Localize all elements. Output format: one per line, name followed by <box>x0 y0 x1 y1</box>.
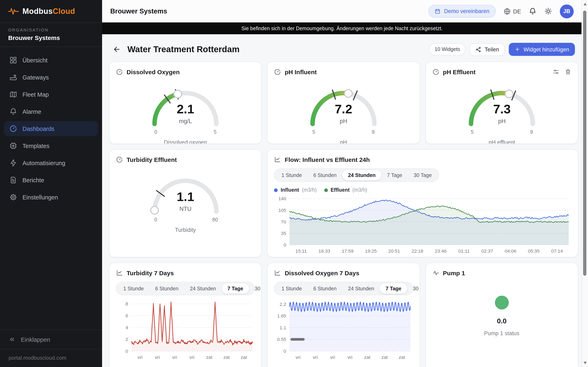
arrow-left-icon <box>113 45 121 53</box>
gauge-text: 9 <box>530 129 533 135</box>
x-axis-label: vri <box>138 355 143 360</box>
time-range-6-stunden[interactable]: 6 Stunden <box>308 170 342 180</box>
x-axis-label: 17:59 <box>342 248 354 254</box>
widget-card-dissolved-oxygen: Dissolved Oxygen2.1mg/L05Dissolved oxyge… <box>109 62 262 144</box>
legend-name: Effluent <box>330 187 350 193</box>
sidebar-item-label: Alarme <box>22 108 41 115</box>
gauge-text: pH effluent <box>489 139 515 144</box>
series-area <box>131 302 252 351</box>
zap-icon <box>9 159 17 167</box>
sidebar-collapse-button[interactable]: Einklappen <box>0 329 102 349</box>
time-range-24-stunden[interactable]: 24 Stunden <box>342 284 380 294</box>
gauge-knob <box>505 90 513 98</box>
widget-header: Pump 1 <box>432 269 571 277</box>
x-axis-label: vri <box>172 355 177 360</box>
gauge-container: 2.1mg/L05Dissolved oxygen <box>109 78 261 144</box>
time-range-6-stunden[interactable]: 6 Stunden <box>149 284 184 294</box>
gear-icon <box>9 193 17 201</box>
x-axis-label: 04:06 <box>505 248 516 254</box>
bell-icon <box>9 108 17 115</box>
time-range-30-tage[interactable]: 30 Tage <box>249 284 262 294</box>
sidebar-item-alarme[interactable]: Alarme <box>4 104 98 119</box>
widget-grid: Dissolved Oxygen2.1mg/L05Dissolved oxyge… <box>102 62 582 367</box>
sidebar-item-label: Fleet Map <box>22 91 49 98</box>
x-axis-label: 01:11 <box>458 248 470 254</box>
time-range-24-stunden[interactable]: 24 Stunden <box>342 170 381 180</box>
time-range-7-tage[interactable]: 7 Tage <box>381 170 408 180</box>
demo-environment-banner: Sie befinden sich in der Demoumgebung. Ä… <box>102 22 582 34</box>
widget-card-turbidity-7-days: Turbidity 7 Days1 Stunde6 Stunden24 Stun… <box>109 263 262 367</box>
time-range-30-tage[interactable]: 30 Tage <box>407 284 420 294</box>
sidebar-item-automatisierung[interactable]: Automatisierung <box>4 155 98 170</box>
widget-actions <box>553 68 571 75</box>
vertical-scrollbar <box>581 0 588 367</box>
widget-title: Flow: Influent vs Effluent 24h <box>285 156 370 163</box>
calendar-icon <box>435 8 441 14</box>
gauge-text: 5 <box>312 129 315 135</box>
x-axis-label: zat <box>223 355 230 360</box>
gauge-text: 1.1 <box>177 190 194 204</box>
x-axis-label: zat <box>206 355 213 360</box>
time-range-7-tage[interactable]: 7 Tage <box>380 284 407 294</box>
sidebar-collapse-label: Einklappen <box>21 336 50 343</box>
topbar: Brouwer Systems Demo vereinbaren DE JB <box>102 0 582 22</box>
brand-name-accent: Cloud <box>53 7 75 15</box>
time-range-1-stunde[interactable]: 1 Stunde <box>276 170 308 180</box>
time-range-7-tage[interactable]: 7 Tage <box>222 284 249 294</box>
router-icon <box>9 73 17 81</box>
language-selector[interactable]: DE <box>503 8 521 15</box>
sidebar-item-templates[interactable]: Templates <box>4 138 98 153</box>
time-range-1-stunde[interactable]: 1 Stunde <box>118 284 149 294</box>
x-axis-label: zat <box>364 355 371 360</box>
sidebar-item-label: Dashboards <box>22 125 54 132</box>
widget-header: Dissolved Oxygen 7 Days <box>274 269 413 277</box>
trash-icon <box>565 68 571 75</box>
series-line <box>131 302 252 345</box>
scrollbar-down-arrow[interactable] <box>583 362 587 364</box>
time-range-30-tage[interactable]: 30 Tage <box>408 170 438 180</box>
back-button[interactable] <box>113 45 121 53</box>
gauge-text: 5 <box>471 129 474 135</box>
x-axis-label: zat <box>241 355 247 360</box>
sidebar-item-einstellungen[interactable]: Einstellungen <box>4 190 98 205</box>
widget-settings-button[interactable] <box>553 68 559 75</box>
gauge-text: Turbidity <box>175 227 196 233</box>
sidebar-item--bersicht[interactable]: Übersicht <box>4 53 98 68</box>
gauge-container: 7.3pH59pH effluent <box>426 78 578 144</box>
chart-container: 00.551.11.652.2vrivrivrivrizatzatzat <box>274 298 413 362</box>
demo-button[interactable]: Demo vereinbaren <box>429 5 495 17</box>
time-range-24-stunden[interactable]: 24 Stunden <box>184 284 222 294</box>
chevrons-left-icon <box>9 336 16 343</box>
time-range-control: 1 Stunde6 Stunden24 Stunden7 Tage30 Tage <box>274 282 413 295</box>
x-axis-label: zat <box>381 355 388 360</box>
scrollbar-up-arrow[interactable] <box>583 3 587 5</box>
scrollbar-thumb[interactable] <box>583 11 586 276</box>
share-button[interactable]: Teilen <box>470 43 505 56</box>
grid-icon <box>9 56 17 64</box>
y-axis-label: 6 <box>126 313 128 318</box>
sidebar-item-berichte[interactable]: Berichte <box>4 173 98 188</box>
x-axis-label: 07:14 <box>551 248 563 254</box>
chart-legend: Influent(m3/h)Effluent(m3/h) <box>274 187 571 193</box>
gauge-text: pH <box>498 118 506 124</box>
theme-toggle-button[interactable] <box>544 7 552 15</box>
widget-title: pH Influent <box>285 68 317 75</box>
sidebar-item-gateways[interactable]: Gateways <box>4 70 98 85</box>
add-widget-button[interactable]: Widget hinzufügen <box>509 43 575 56</box>
sidebar-item-dashboards[interactable]: Dashboards <box>4 121 98 136</box>
main-area: Brouwer Systems Demo vereinbaren DE JB S… <box>102 0 582 367</box>
time-range-1-stunde[interactable]: 1 Stunde <box>276 284 308 294</box>
brand-name-primary: Modbus <box>22 7 53 15</box>
gauge-text: 2.1 <box>177 102 194 116</box>
notifications-button[interactable] <box>529 7 536 15</box>
time-range-6-stunden[interactable]: 6 Stunden <box>308 284 342 294</box>
widget-header: Flow: Influent vs Effluent 24h <box>274 155 571 164</box>
widget-header: pH Influent <box>274 68 413 76</box>
avatar[interactable]: JB <box>560 4 574 18</box>
status-indicator <box>495 296 509 309</box>
widget-card-turbidity-effluent: Turbidity Effluent1.1NTU080Turbidity <box>109 149 262 257</box>
widget-card-flow-influent-vs-effluent-24h: Flow: Influent vs Effluent 24h1 Stunde6 … <box>267 149 578 257</box>
widget-delete-button[interactable] <box>565 68 571 75</box>
sidebar-item-label: Übersicht <box>22 57 48 63</box>
sidebar-item-fleet-map[interactable]: Fleet Map <box>4 87 98 102</box>
